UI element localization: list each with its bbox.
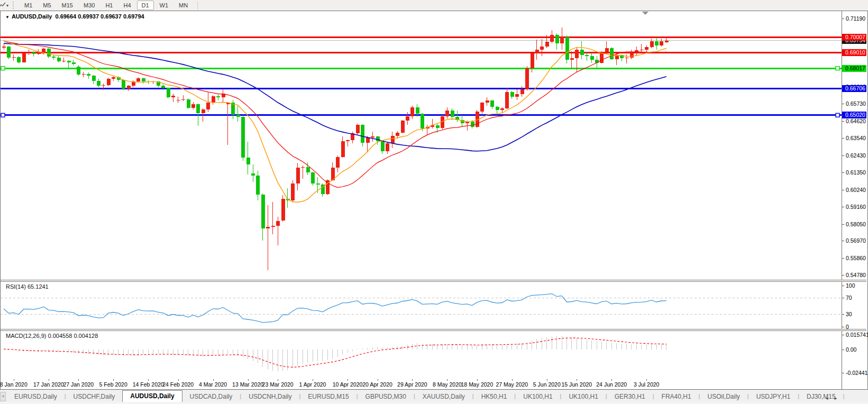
dropdown-caret-icon[interactable]: ▾	[6, 3, 8, 8]
timeframe-button-d1[interactable]: D1	[137, 1, 154, 10]
price-tick: 0.56970	[842, 237, 866, 244]
time-label: 17 Jan 2020	[33, 381, 64, 388]
rsi-plot[interactable]: RSI(14) 65.1241	[1, 282, 842, 329]
time-label: 13 Mar 2020	[232, 381, 263, 388]
macd-tick: -0.024412	[842, 370, 866, 377]
time-tick	[313, 379, 313, 381]
collapse-caret-icon[interactable]: ▼	[5, 15, 10, 20]
time-tick	[14, 379, 14, 381]
chart-tab-xauusd-daily[interactable]: XAUUSD,Daily	[415, 391, 472, 402]
timeframe-button-h1[interactable]: H1	[100, 1, 117, 10]
time-tick	[148, 379, 149, 381]
level-price-badge: 0.66706	[842, 85, 866, 92]
time-tick	[348, 379, 348, 381]
timeframe-button-mn[interactable]: MN	[174, 1, 193, 10]
price-tick: 0.65730	[842, 100, 866, 107]
time-label: 23 Mar 2020	[262, 381, 294, 388]
macd-pane: MACD(12,26,9) 0.004558 0.004128 0.015741…	[1, 331, 866, 379]
line-selection-handle[interactable]	[1, 113, 5, 117]
chart-tab-eurusd-m15[interactable]: EURUSD,M15	[300, 391, 356, 402]
level-price-badge: 0.68017	[842, 65, 866, 72]
time-tick	[577, 379, 577, 381]
rsi-axis[interactable]: 10070300	[842, 282, 866, 329]
time-label: 4 Mar 2020	[199, 381, 227, 388]
price-tick: 0.58050	[842, 221, 866, 228]
tab-scroll-left-icon[interactable]: ◄	[0, 392, 6, 401]
time-tick	[378, 379, 378, 381]
price-tick: 0.64620	[842, 118, 866, 125]
timeframe-button-h4[interactable]: H4	[118, 1, 135, 10]
chart-window: ▼AUDUSD,Daily 0.69664 0.69937 0.69637 0.…	[0, 11, 868, 390]
time-tick	[178, 379, 179, 381]
chart-tab-uk100-h1[interactable]: UK100,H1	[516, 391, 560, 402]
price-tick: 0.71190	[842, 15, 866, 22]
time-tick	[646, 379, 647, 381]
time-tick	[113, 379, 114, 381]
ma10-line	[4, 41, 666, 202]
timeframe-button-w1[interactable]: W1	[155, 1, 173, 10]
chart-title: ▼AUDUSD,Daily 0.69664 0.69937 0.69637 0.…	[5, 13, 144, 20]
chart-tab-ger30-h1[interactable]: GER30,H1	[607, 391, 653, 402]
chart-tab-usdchf-daily[interactable]: USDCHF,Daily	[66, 391, 123, 402]
chart-tab-usdcnh-daily[interactable]: USDCNH,Daily	[241, 391, 299, 402]
time-label: 3 Jul 2020	[634, 381, 659, 388]
chart-tab-fra40-h1[interactable]: FRA40,H1	[654, 391, 699, 402]
chart-tab-audusd-daily[interactable]: AUDUSD,Daily	[122, 390, 182, 402]
macd-tick: 0.00	[842, 346, 866, 353]
rsi-pane: RSI(14) 65.1241 10070300	[1, 282, 866, 329]
chart-tab-gbpusd-m30[interactable]: GBPUSD,M30	[358, 391, 414, 402]
price-pane: ▼AUDUSD,Daily 0.69664 0.69937 0.69637 0.…	[1, 11, 866, 280]
cursor-tool-icon[interactable]	[0, 2, 6, 9]
chart-tab-usdcad-daily[interactable]: USDCAD,Daily	[182, 391, 240, 402]
price-tick: 0.55860	[842, 255, 866, 262]
line-selection-handle[interactable]	[836, 113, 839, 117]
time-tick	[213, 379, 214, 381]
time-label: 20 Apr 2020	[362, 381, 392, 388]
macd-signal-value: 0.004128	[74, 333, 98, 339]
chart-tab-uk100-h1[interactable]: UK100,H1	[561, 391, 605, 402]
macd-label: MACD(12,26,9) 0.004558 0.004128	[6, 333, 98, 339]
chart-ohlc-values: 0.69664 0.69937 0.69637 0.69794	[55, 13, 144, 20]
price-tick: 0.59160	[842, 204, 866, 210]
macd-main-value: 0.004558	[48, 333, 72, 339]
level-price-badge: 0.70007	[842, 34, 866, 41]
tab-prev-icon[interactable]: ◄	[825, 396, 834, 401]
macd-plot[interactable]: MACD(12,26,9) 0.004558 0.004128	[1, 331, 842, 379]
time-label: 5 Feb 2020	[99, 381, 127, 388]
price-axis[interactable]: 0.711900.700800.689700.679200.668100.657…	[842, 11, 866, 280]
time-axis[interactable]: 8 Jan 202017 Jan 202027 Jan 20205 Feb 20…	[1, 379, 866, 389]
toolbar-separator	[197, 2, 198, 10]
macd-axis[interactable]: 0.0157410.00-0.024412	[842, 331, 866, 379]
chart-tab-eurusd-daily[interactable]: EURUSD,Daily	[7, 391, 65, 402]
chart-tab-hk50-h1[interactable]: HK50,H1	[474, 391, 515, 402]
rsi-tick: 100	[842, 282, 866, 289]
time-label: 1 Apr 2020	[299, 381, 326, 388]
line-selection-handle[interactable]	[1, 67, 5, 70]
price-tick: 0.61350	[842, 169, 866, 176]
time-tick	[278, 379, 278, 381]
price-plot[interactable]: ▼AUDUSD,Daily 0.69664 0.69937 0.69637 0.…	[1, 11, 842, 280]
time-tick	[512, 379, 513, 381]
chart-symbol-period: AUDUSD,Daily	[12, 13, 52, 20]
chart-shift-marker[interactable]	[642, 12, 648, 15]
top-toolbar: ▾ M1M5M15M30H1H4D1W1MN	[0, 0, 868, 11]
bottom-strip	[0, 402, 868, 404]
timeframe-buttons: M1M5M15M30H1H4D1W1MN	[19, 1, 193, 10]
timeframe-button-m5[interactable]: M5	[38, 1, 56, 10]
chart-tab-usoil-daily[interactable]: USOil,Daily	[700, 391, 747, 402]
time-label: 10 Apr 2020	[333, 381, 363, 388]
time-label: 5 Jun 2020	[533, 381, 561, 388]
tab-nav-arrows[interactable]: ◄►	[825, 396, 843, 401]
tab-next-icon[interactable]: ►	[834, 396, 843, 401]
toolbar-grip	[13, 2, 15, 9]
time-label: 8 Jan 2020	[0, 381, 28, 388]
timeframe-button-m30[interactable]: M30	[79, 1, 99, 10]
time-tick	[477, 379, 478, 381]
timeframe-button-m1[interactable]: M1	[20, 1, 37, 10]
time-tick	[412, 379, 413, 381]
timeframe-button-m15[interactable]: M15	[57, 1, 78, 10]
line-selection-handle[interactable]	[836, 67, 839, 70]
chart-tab-usdjpy-h1[interactable]: USDJPY,H1	[749, 391, 798, 402]
level-price-badge: 0.65020	[842, 112, 866, 118]
time-label: 8 May 2020	[433, 381, 462, 388]
